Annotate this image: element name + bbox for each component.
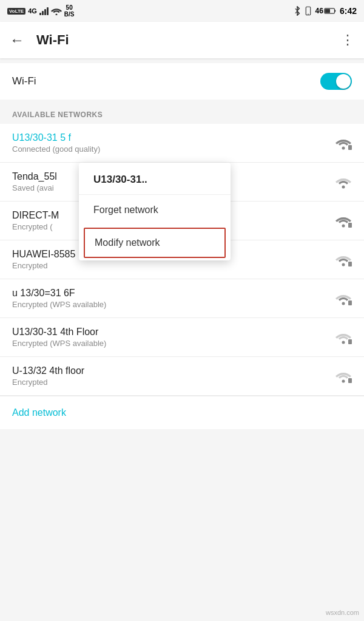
available-networks-header: AVAILABLE NETWORKS: [0, 100, 364, 124]
network-info: U-13/32 4th floor Encrypted: [12, 365, 329, 387]
wifi-icon: [335, 370, 352, 383]
add-network-label[interactable]: Add network: [12, 407, 66, 418]
context-menu: U13/30-31.. Forget network Modify networ…: [79, 163, 231, 260]
wifi-icon: [335, 137, 352, 150]
add-network-row[interactable]: Add network: [0, 396, 364, 429]
wifi-icon: [335, 292, 352, 305]
back-button[interactable]: ←: [10, 32, 24, 49]
watermark: wsxdn.com: [326, 609, 359, 616]
app-bar: ← Wi-Fi ⋮: [0, 22, 364, 58]
wifi-signal: [335, 292, 352, 305]
wifi-status-icon: [51, 7, 62, 15]
wifi-signal: [335, 370, 352, 383]
battery-icon: 46: [315, 7, 336, 15]
wifi-signal: [335, 331, 352, 344]
svg-rect-12: [348, 262, 352, 266]
svg-rect-7: [348, 145, 352, 150]
svg-rect-4: [334, 10, 335, 12]
battery-body: [324, 7, 336, 15]
phone-icon: [305, 6, 312, 16]
network-status: Connected (good quality): [12, 144, 329, 154]
wifi-icon: [335, 214, 352, 228]
data-speed: 50 B/S: [64, 4, 75, 18]
bluetooth-icon: [294, 6, 301, 16]
context-menu-title: U13/30-31..: [79, 163, 231, 195]
wifi-signal: [335, 214, 352, 228]
battery-percent: 46: [315, 7, 323, 15]
svg-point-0: [55, 14, 57, 16]
network-item[interactable]: U-13/32 4th floor Encrypted: [0, 357, 364, 396]
bar4: [47, 7, 49, 15]
svg-rect-14: [348, 300, 352, 305]
svg-point-13: [342, 302, 345, 305]
network-status: Encrypted: [12, 378, 329, 387]
status-bar: VoLTE 4G 50 B/S 46: [0, 0, 364, 22]
toggle-knob: [336, 74, 351, 89]
wifi-toggle-row: Wi-Fi: [0, 63, 364, 100]
page-title: Wi-Fi: [36, 32, 341, 48]
svg-point-9: [342, 224, 345, 227]
more-options-button[interactable]: ⋮: [341, 32, 354, 48]
network-name: U13/30-31 5 f: [12, 132, 329, 143]
wifi-signal: [335, 175, 352, 189]
wifi-signal: [335, 253, 352, 266]
time: 6:42: [340, 6, 357, 16]
wifi-toggle[interactable]: [320, 73, 352, 90]
network-status: Encrypted (WPS available): [12, 300, 329, 309]
network-name: U13/30-31 4th Floor: [12, 327, 329, 338]
network-info: U13/30-31 5 f Connected (good quality): [12, 132, 329, 154]
network-item[interactable]: u 13/30=31 6F Encrypted (WPS available): [0, 279, 364, 318]
svg-point-15: [342, 341, 345, 344]
wifi-signal: [335, 137, 352, 150]
bar1: [39, 13, 41, 15]
bar3: [44, 9, 46, 15]
svg-point-17: [342, 379, 345, 382]
svg-rect-16: [348, 339, 352, 344]
modify-network-button[interactable]: Modify network: [84, 228, 226, 258]
signal-bars: [39, 7, 49, 15]
network-item[interactable]: U13/30-31 5 f Connected (good quality): [0, 124, 364, 163]
svg-point-8: [342, 185, 345, 188]
svg-rect-18: [348, 378, 352, 383]
svg-point-6: [342, 146, 345, 149]
network-status: Encrypted (WPS available): [12, 339, 329, 348]
svg-point-2: [308, 14, 309, 15]
forget-network-button[interactable]: Forget network: [79, 195, 231, 225]
network-name: U-13/32 4th floor: [12, 365, 329, 376]
volte-badge: VoLTE: [7, 8, 25, 15]
network-status: Encrypted: [12, 261, 329, 270]
svg-rect-5: [325, 9, 330, 13]
wifi-icon: [335, 253, 352, 266]
svg-rect-10: [348, 223, 352, 228]
network-item[interactable]: U13/30-31 4th Floor Encrypted (WPS avail…: [0, 318, 364, 357]
network-name: u 13/30=31 6F: [12, 288, 329, 299]
status-right: 46 6:42: [294, 6, 357, 16]
svg-point-11: [342, 263, 345, 266]
wifi-toggle-label: Wi-Fi: [12, 75, 36, 87]
wifi-icon: [335, 175, 352, 189]
wifi-icon: [335, 331, 352, 344]
status-left: VoLTE 4G 50 B/S: [7, 4, 75, 18]
signal-4g: 4G: [28, 7, 37, 15]
network-info: u 13/30=31 6F Encrypted (WPS available): [12, 288, 329, 309]
bar2: [42, 11, 44, 15]
network-info: U13/30-31 4th Floor Encrypted (WPS avail…: [12, 327, 329, 348]
